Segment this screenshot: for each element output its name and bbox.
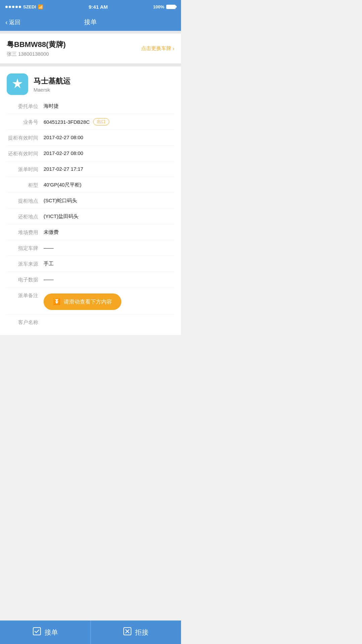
scroll-hint-label: 请滑动查看下方内容 xyxy=(64,298,112,306)
carrier-label: SZEDI xyxy=(23,4,36,9)
bottom-spacer xyxy=(0,335,181,362)
label-pickup-location: 提柜地点 xyxy=(7,197,44,204)
value-cabinet-type: 40'GP(40尺平柜) xyxy=(44,181,174,188)
value-return-location: (YICT)盐田码头 xyxy=(44,213,174,220)
detail-row-4: 派单时间 2017-02-27 17:17 xyxy=(7,161,174,177)
label-dispatch-time: 派单时间 xyxy=(7,165,44,173)
company-section: 马士基航运 Maersk xyxy=(0,67,181,98)
status-right: 100% xyxy=(153,4,176,9)
value-dispatch-source: 手工 xyxy=(44,260,174,267)
value-electronic-data: —— xyxy=(44,276,174,283)
vehicle-section: 粤BBMW88(黄牌) 张三 13800138000 点击更换车牌 › xyxy=(0,34,181,63)
back-label: 返回 xyxy=(9,18,20,26)
signal-dots xyxy=(5,6,21,8)
scroll-hint-button[interactable]: ⏬ 请滑动查看下方内容 xyxy=(44,293,121,310)
label-dispatch-remark: 派单备注 xyxy=(7,291,44,299)
label-assigned-plate: 指定车牌 xyxy=(7,244,44,252)
label-client-name: 客户名称 xyxy=(7,318,44,326)
detail-row-8: 堆场费用 未缴费 xyxy=(7,224,174,240)
value-weituodanwei: 海时捷 xyxy=(44,102,174,109)
label-weituodanwei: 委托单位 xyxy=(7,102,44,110)
company-name: 马士基航运 xyxy=(34,76,70,86)
battery-percent: 100% xyxy=(153,4,164,9)
scroll-down-icon: ⏬ xyxy=(53,298,60,306)
detail-row-5: 柜型 40'GP(40尺平柜) xyxy=(7,177,174,193)
label-cabinet-type: 柜型 xyxy=(7,181,44,189)
detail-row-partial: 客户名称 xyxy=(7,314,174,330)
company-logo xyxy=(7,73,28,95)
back-arrow-icon: ‹ xyxy=(5,18,8,26)
status-bar: SZEDI 📶 9:41 AM 100% xyxy=(0,0,181,13)
battery-icon xyxy=(166,5,176,9)
separator-1 xyxy=(0,31,181,34)
separator-2 xyxy=(0,63,181,66)
label-return-time: 还柜有效时间 xyxy=(7,150,44,157)
plate-number: 粤BBMW88(黄牌) xyxy=(7,40,66,50)
detail-row-6: 提柜地点 (SCT)蛇口码头 xyxy=(7,193,174,209)
back-button[interactable]: ‹ 返回 xyxy=(5,18,20,26)
value-dispatch-remark: ⏬ 请滑动查看下方内容 xyxy=(44,291,174,310)
detail-row-0: 委托单位 海时捷 xyxy=(7,98,174,114)
detail-row-3: 还柜有效时间 2017-02-27 08:00 xyxy=(7,146,174,161)
svg-marker-0 xyxy=(12,78,22,88)
detail-row-10: 派车来源 手工 xyxy=(7,256,174,272)
value-pickup-time: 2017-02-27 08:00 xyxy=(44,134,174,141)
change-plate-label: 点击更换车牌 xyxy=(141,45,171,52)
label-yard-fee: 堆场费用 xyxy=(7,228,44,236)
value-yewuhao: 60451231-3FDB28C 出口 xyxy=(44,118,174,125)
label-return-location: 还柜地点 xyxy=(7,213,44,220)
status-left: SZEDI 📶 xyxy=(5,4,43,9)
label-yewuhao: 业务号 xyxy=(7,118,44,125)
business-number: 60451231-3FDB28C xyxy=(44,118,90,125)
battery-fill xyxy=(167,5,175,8)
wifi-icon: 📶 xyxy=(38,4,43,9)
detail-row-1: 业务号 60451231-3FDB28C 出口 xyxy=(7,114,174,130)
driver-info: 张三 13800138000 xyxy=(7,51,66,57)
status-time: 9:41 AM xyxy=(89,4,108,10)
company-subname: Maersk xyxy=(34,87,70,93)
value-assigned-plate: —— xyxy=(44,244,174,251)
change-plate-button[interactable]: 点击更换车牌 › xyxy=(141,45,174,52)
label-pickup-time: 提柜有效时间 xyxy=(7,134,44,141)
value-pickup-location: (SCT)蛇口码头 xyxy=(44,197,174,204)
label-dispatch-source: 派车来源 xyxy=(7,260,44,267)
details-section: 委托单位 海时捷 业务号 60451231-3FDB28C 出口 提柜有效时间 … xyxy=(0,98,181,335)
change-plate-arrow-icon: › xyxy=(173,46,174,52)
label-electronic-data: 电子数据 xyxy=(7,276,44,283)
detail-row-12: 派单备注 ⏬ 请滑动查看下方内容 xyxy=(7,287,174,314)
detail-row-9: 指定车牌 —— xyxy=(7,240,174,256)
page-title: 接单 xyxy=(84,18,97,26)
vehicle-info: 粤BBMW88(黄牌) 张三 13800138000 xyxy=(7,40,66,57)
nav-bar: ‹ 返回 接单 xyxy=(0,13,181,31)
detail-row-2: 提柜有效时间 2017-02-27 08:00 xyxy=(7,130,174,146)
value-dispatch-time: 2017-02-27 17:17 xyxy=(44,165,174,172)
detail-row-7: 还柜地点 (YICT)盐田码头 xyxy=(7,209,174,224)
export-badge: 出口 xyxy=(93,118,109,125)
value-yard-fee: 未缴费 xyxy=(44,228,174,235)
value-return-time: 2017-02-27 08:00 xyxy=(44,150,174,157)
maersk-logo-icon xyxy=(11,77,24,91)
company-text: 马士基航运 Maersk xyxy=(34,76,70,93)
detail-row-11: 电子数据 —— xyxy=(7,272,174,287)
